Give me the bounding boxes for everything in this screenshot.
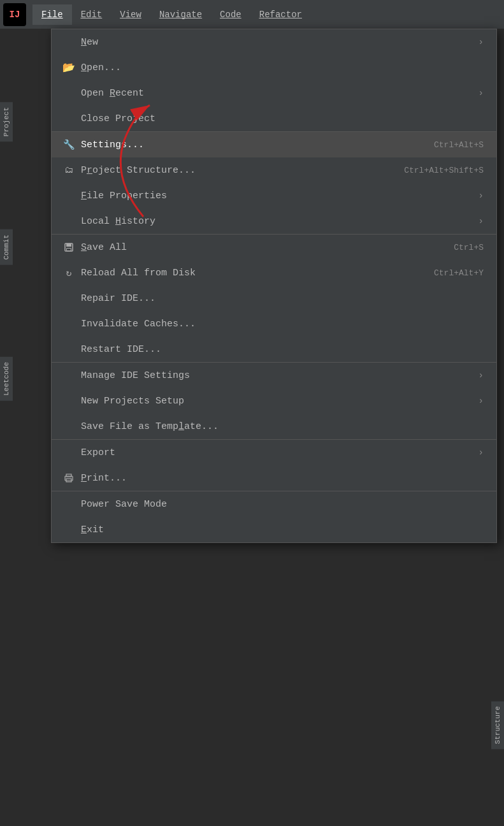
power-save-mode-icon [62, 497, 76, 511]
menu-item-export[interactable]: Export › [52, 439, 496, 465]
menu-item-settings[interactable]: 🔧 Settings... Ctrl+Alt+S [52, 131, 496, 157]
menu-item-close-project-label: Close Project [81, 113, 484, 124]
new-icon [62, 35, 76, 49]
menu-item-power-save-mode[interactable]: Power Save Mode [52, 491, 496, 517]
menu-navigate[interactable]: Navigate [150, 4, 211, 25]
menu-refactor[interactable]: Refactor [250, 4, 311, 25]
save-icon [62, 240, 76, 254]
menubar-items: File Edit View Navigate Code Refactor [32, 4, 311, 25]
menu-item-new-label: New [81, 37, 472, 48]
menu-file[interactable]: File [32, 4, 72, 25]
manage-ide-settings-icon [62, 368, 76, 382]
restart-ide-icon [62, 342, 76, 356]
local-history-icon [62, 214, 76, 228]
menu-item-invalidate-caches[interactable]: Invalidate Caches... [52, 311, 496, 337]
export-icon [62, 446, 76, 460]
sidebar-tab-project[interactable]: Project [0, 102, 13, 141]
menu-item-save-file-template[interactable]: Save File as Template... [52, 414, 496, 439]
exit-icon [62, 523, 76, 537]
save-file-template-icon [62, 419, 76, 433]
local-history-arrow-icon: › [479, 216, 484, 226]
menu-item-export-label: Export [81, 447, 472, 458]
menu-item-print-label: Print... [81, 473, 484, 484]
new-arrow-icon: › [479, 37, 484, 47]
svg-rect-3 [67, 249, 71, 250]
menu-view[interactable]: View [111, 4, 150, 25]
menu-item-exit-label: Exit [81, 525, 484, 535]
menu-item-file-properties[interactable]: File Properties › [52, 183, 496, 208]
sidebar-tab-structure[interactable]: Structure [491, 701, 504, 749]
repair-ide-icon [62, 291, 76, 305]
settings-shortcut: Ctrl+Alt+S [434, 140, 484, 150]
file-properties-arrow-icon: › [479, 191, 484, 201]
menu-item-restart-ide-label: Restart IDE... [81, 344, 484, 355]
menu-item-repair-ide[interactable]: Repair IDE... [52, 286, 496, 311]
menu-item-invalidate-caches-label: Invalidate Caches... [81, 319, 484, 330]
menu-item-reload-disk-label: Reload All from Disk [81, 268, 421, 279]
svg-rect-5 [66, 474, 71, 477]
menu-item-manage-ide-settings[interactable]: Manage IDE Settings › [52, 362, 496, 388]
menu-item-open-recent[interactable]: Open Recent › [52, 80, 496, 106]
folder-open-icon: 📂 [62, 61, 76, 75]
menu-item-exit[interactable]: Exit [52, 517, 496, 542]
menu-item-new-projects-setup[interactable]: New Projects Setup › [52, 388, 496, 414]
project-structure-shortcut: Ctrl+Alt+Shift+S [404, 166, 484, 175]
logo-text: IJ [10, 10, 20, 20]
export-arrow-icon: › [479, 447, 484, 458]
menubar: IJ File Edit View Navigate Code Refactor [0, 0, 504, 29]
invalidate-caches-icon [62, 317, 76, 331]
reload-icon: ↻ [62, 266, 76, 280]
menu-item-file-properties-label: File Properties [81, 191, 472, 201]
svg-rect-1 [66, 243, 71, 247]
menu-item-manage-ide-settings-label: Manage IDE Settings [81, 370, 472, 381]
sidebar-tab-leetcode[interactable]: Leetcode [0, 357, 13, 401]
menu-item-restart-ide[interactable]: Restart IDE... [52, 337, 496, 362]
open-recent-arrow-icon: › [479, 88, 484, 98]
menu-item-reload-disk[interactable]: ↻ Reload All from Disk Ctrl+Alt+Y [52, 260, 496, 286]
app-logo: IJ [3, 3, 26, 26]
new-projects-setup-icon [62, 394, 76, 408]
menu-item-save-file-template-label: Save File as Template... [81, 421, 484, 432]
manage-ide-settings-arrow-icon: › [479, 370, 484, 380]
menu-item-project-structure[interactable]: 🗂 Project Structure... Ctrl+Alt+Shift+S [52, 157, 496, 183]
project-structure-icon: 🗂 [62, 163, 76, 177]
menu-item-local-history-label: Local History [81, 216, 472, 227]
menu-item-project-structure-label: Project Structure... [81, 165, 391, 176]
menu-item-local-history[interactable]: Local History › [52, 208, 496, 234]
menu-item-settings-label: Settings... [81, 140, 421, 150]
menu-edit[interactable]: Edit [72, 4, 112, 25]
menu-code[interactable]: Code [211, 4, 250, 25]
menu-item-repair-ide-label: Repair IDE... [81, 293, 484, 304]
menu-item-open[interactable]: 📂 Open... [52, 55, 496, 80]
menu-item-print[interactable]: Print... [52, 465, 496, 491]
menu-item-power-save-mode-label: Power Save Mode [81, 499, 484, 510]
wrench-icon: 🔧 [62, 138, 76, 152]
save-all-shortcut: Ctrl+S [454, 243, 484, 252]
menu-item-new[interactable]: New › [52, 29, 496, 55]
open-recent-icon [62, 86, 76, 100]
file-properties-icon [62, 189, 76, 203]
close-project-icon [62, 112, 76, 126]
menu-item-open-label: Open... [81, 62, 484, 73]
menu-item-save-all-label: Save All [81, 242, 441, 253]
print-icon [62, 471, 76, 485]
sidebar-tab-commit[interactable]: Commit [0, 229, 13, 265]
new-projects-setup-arrow-icon: › [479, 396, 484, 406]
menu-item-close-project[interactable]: Close Project [52, 106, 496, 131]
file-dropdown-menu: New › 📂 Open... Open Recent › Close Proj… [51, 29, 497, 543]
menu-item-save-all[interactable]: Save All Ctrl+S [52, 234, 496, 260]
menu-item-open-recent-label: Open Recent [81, 88, 472, 99]
menu-item-new-projects-setup-label: New Projects Setup [81, 396, 472, 407]
reload-disk-shortcut: Ctrl+Alt+Y [434, 268, 484, 278]
